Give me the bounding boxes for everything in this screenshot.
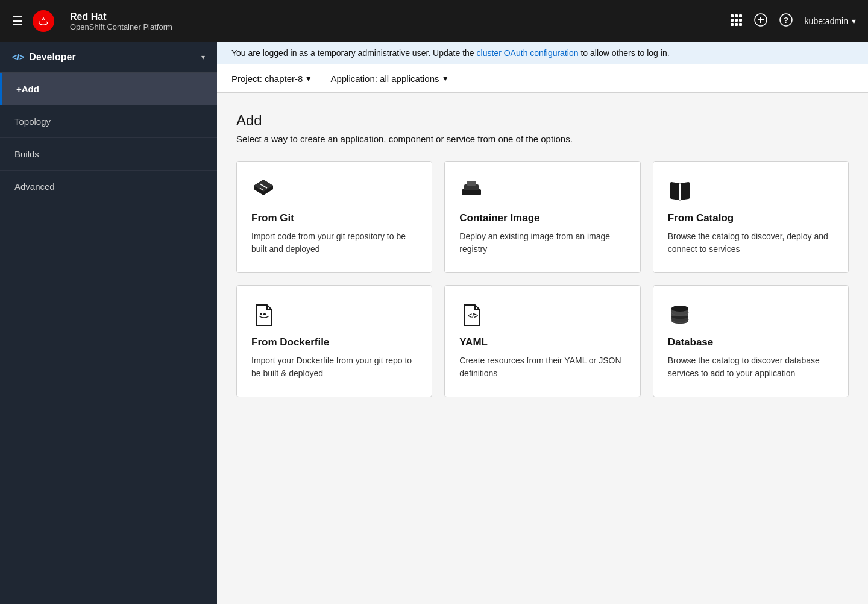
topnav-right: ? kube:admin ▾ xyxy=(730,13,856,30)
svg-rect-3 xyxy=(739,14,742,17)
help-button[interactable]: ? xyxy=(779,13,793,30)
add-options-grid: From Git Import code from your git repos… xyxy=(236,161,849,397)
svg-rect-9 xyxy=(739,23,742,26)
svg-rect-5 xyxy=(735,19,738,22)
brand-name: Red Hat xyxy=(70,11,172,22)
project-chevron-icon: ▾ xyxy=(306,73,311,84)
hamburger-menu-button[interactable]: ☰ xyxy=(12,14,23,28)
card-yaml-desc: Create resources from their YAML or JSON… xyxy=(459,354,625,380)
application-label: Application: all applications xyxy=(330,74,439,84)
page-content: Add Select a way to create an applicatio… xyxy=(217,93,868,604)
sidebar-item-advanced[interactable]: Advanced xyxy=(0,171,217,203)
svg-point-0 xyxy=(33,10,54,32)
card-from-dockerfile[interactable]: From Dockerfile Import your Dockerfile f… xyxy=(236,285,432,397)
perspective-switcher[interactable]: </> Developer ▾ xyxy=(0,42,217,73)
svg-rect-19 xyxy=(467,181,476,186)
apps-menu-button[interactable] xyxy=(730,14,742,29)
catalog-icon xyxy=(668,178,834,203)
svg-rect-2 xyxy=(735,14,738,17)
yaml-icon: </> xyxy=(459,303,625,327)
page-title: Add xyxy=(236,112,849,129)
application-chevron-icon: ▾ xyxy=(443,73,448,84)
sidebar-item-add[interactable]: +Add xyxy=(0,73,217,105)
card-catalog-desc: Browse the catalog to discover, deploy a… xyxy=(668,230,834,256)
svg-rect-1 xyxy=(731,14,734,17)
svg-rect-7 xyxy=(731,23,734,26)
card-database[interactable]: Database Browse the catalog to discover … xyxy=(653,285,849,397)
page-subtitle: Select a way to create an application, c… xyxy=(236,134,849,144)
card-container-title: Container Image xyxy=(459,212,625,224)
sidebar: </> Developer ▾ +Add Topology Builds Adv… xyxy=(0,42,217,604)
card-from-catalog[interactable]: From Catalog Browse the catalog to disco… xyxy=(653,161,849,273)
user-menu-button[interactable]: kube:admin ▾ xyxy=(805,16,856,26)
card-yaml-title: YAML xyxy=(459,336,625,348)
redhat-logo xyxy=(33,10,54,32)
sidebar-navigation: +Add Topology Builds Advanced xyxy=(0,73,217,203)
card-from-git-title: From Git xyxy=(251,212,417,224)
user-chevron-icon: ▾ xyxy=(852,16,856,26)
svg-point-26 xyxy=(671,306,688,312)
svg-text:</>: </> xyxy=(468,312,478,320)
dockerfile-icon xyxy=(251,303,417,327)
project-bar: Project: chapter-8 ▾ Application: all ap… xyxy=(217,64,868,93)
perspective-chevron-icon: ▾ xyxy=(201,53,205,61)
card-dockerfile-title: From Dockerfile xyxy=(251,336,417,348)
svg-rect-8 xyxy=(735,23,738,26)
card-dockerfile-desc: Import your Dockerfile from your git rep… xyxy=(251,354,417,380)
project-label: Project: chapter-8 xyxy=(231,74,303,84)
project-selector[interactable]: Project: chapter-8 ▾ xyxy=(231,73,311,84)
application-selector[interactable]: Application: all applications ▾ xyxy=(330,73,447,84)
oauth-config-link[interactable]: cluster OAuth configuration xyxy=(477,48,579,58)
sidebar-item-topology[interactable]: Topology xyxy=(0,105,217,138)
code-icon: </> xyxy=(12,52,24,62)
svg-rect-23 xyxy=(263,313,266,315)
card-from-git[interactable]: From Git Import code from your git repos… xyxy=(236,161,432,273)
svg-text:?: ? xyxy=(784,16,788,25)
user-label: kube:admin xyxy=(805,16,848,26)
svg-rect-22 xyxy=(260,313,262,315)
add-button[interactable] xyxy=(754,13,767,30)
sidebar-item-builds[interactable]: Builds xyxy=(0,138,217,171)
top-navigation: ☰ Red Hat OpenShift Container Platform xyxy=(0,0,868,42)
info-banner-text-after: to allow others to log in. xyxy=(580,48,669,58)
card-database-desc: Browse the catalog to discover database … xyxy=(668,354,834,380)
card-catalog-title: From Catalog xyxy=(668,212,834,224)
main-content: You are logged in as a temporary adminis… xyxy=(217,42,868,604)
svg-rect-4 xyxy=(731,19,734,22)
topnav-left: ☰ Red Hat OpenShift Container Platform xyxy=(12,10,172,32)
database-icon xyxy=(668,303,834,327)
card-from-git-desc: Import code from your git repository to … xyxy=(251,230,417,256)
info-banner: You are logged in as a temporary adminis… xyxy=(217,42,868,64)
card-yaml[interactable]: </> YAML Create resources from their YAM… xyxy=(444,285,640,397)
card-database-title: Database xyxy=(668,336,834,348)
card-container-desc: Deploy an existing image from an image r… xyxy=(459,230,625,256)
info-banner-text-before: You are logged in as a temporary adminis… xyxy=(231,48,474,58)
git-icon xyxy=(251,178,417,203)
perspective-label: </> Developer xyxy=(12,52,76,63)
svg-rect-6 xyxy=(739,19,742,22)
container-icon xyxy=(459,178,625,203)
brand: Red Hat OpenShift Container Platform xyxy=(70,11,172,31)
brand-subtitle: OpenShift Container Platform xyxy=(70,22,172,31)
card-container-image[interactable]: Container Image Deploy an existing image… xyxy=(444,161,640,273)
